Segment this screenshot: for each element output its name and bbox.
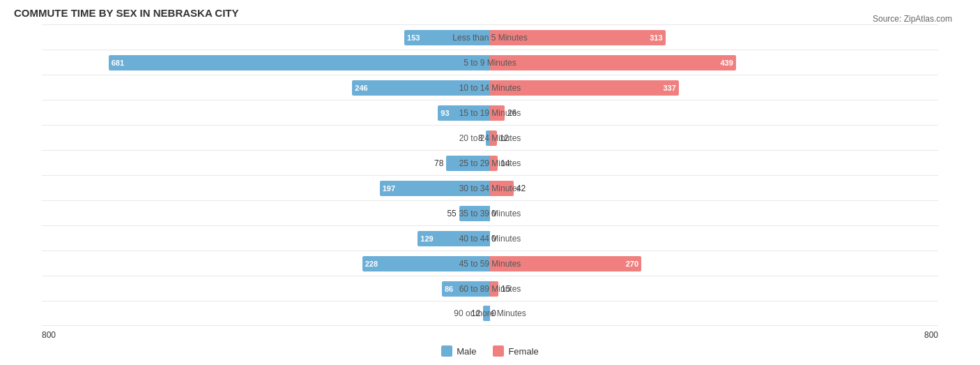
female-value-label: 0 [491,209,496,218]
bar-male [459,206,490,221]
bar-row: 246 10 to 14 Minutes 337 [42,75,938,100]
female-value-label: 439 [717,59,735,67]
bar-row: 55 35 to 39 Minutes 0 [42,200,938,225]
bar-female [490,281,498,297]
bar-male: 197 [380,181,490,196]
female-value-label: 26 [505,108,516,118]
male-value-label: 12 [471,308,483,318]
female-value-label: 337 [661,84,679,92]
female-value-label: 15 [498,284,510,294]
legend-male: Male [441,345,476,357]
legend-female-label: Female [508,346,538,357]
bar-row: 93 15 to 19 Minutes 26 [42,100,938,125]
legend: Male Female [14,345,966,357]
female-value-label: 0 [491,308,496,318]
bar-row: 153 Less than 5 Minutes 313 [42,24,938,50]
bar-female [490,105,505,121]
male-value-label: 153 [404,33,422,42]
bar-male: 93 [438,105,490,121]
bar-female [490,156,498,171]
legend-male-label: Male [457,346,476,357]
male-value-label: 681 [109,59,127,67]
bar-male: 681 [109,55,490,70]
male-value-label: 228 [362,260,381,268]
female-value-label: 12 [497,133,509,143]
bar-female [490,181,514,196]
legend-female-color [493,345,504,357]
bar-male: 246 [352,80,490,96]
bar-male [483,306,490,321]
bar-row: 197 30 to 34 Minutes 42 [42,175,938,200]
bar-row: 228 45 to 59 Minutes 270 [42,251,938,276]
male-value-label: 78 [434,158,446,168]
male-value-label: 86 [442,285,456,293]
bar-row: 78 25 to 29 Minutes 14 [42,150,938,175]
bar-female [490,131,497,146]
male-value-label: 197 [380,184,398,193]
female-value-label: 0 [491,234,496,244]
chart-area: 153 Less than 5 Minutes 313 681 [14,24,966,340]
axis-labels: 800 800 [42,330,938,340]
bar-male: 153 [404,30,490,45]
bar-male: 228 [362,256,490,271]
bar-row: 129 40 to 44 Minutes 0 [42,225,938,251]
bar-female: 337 [490,80,679,96]
bar-female: 313 [490,30,666,45]
bar-female: 270 [490,256,641,271]
female-value-label: 313 [647,33,665,42]
axis-right: 800 [924,330,938,340]
bar-row: 8 20 to 24 Minutes 12 [42,125,938,150]
bar-row: 86 60 to 89 Minutes 15 [42,276,938,301]
bar-male: 86 [442,281,490,297]
axis-left: 800 [42,330,56,340]
male-value-label: 246 [352,84,370,92]
male-value-label: 129 [418,234,436,243]
bar-female: 439 [490,55,736,70]
male-value-label: 8 [478,133,486,143]
female-value-label: 270 [623,260,641,268]
bar-row: 12 90 or more Minutes 0 [42,301,938,326]
chart-title: COMMUTE TIME BY SEX IN NEBRASKA CITY [14,7,966,19]
legend-female: Female [493,345,538,357]
source-label: Source: ZipAtlas.com [873,14,952,24]
bar-row: 681 5 to 9 Minutes 439 [42,50,938,75]
male-value-label: 93 [438,109,452,117]
bar-male: 129 [418,231,490,246]
female-value-label: 42 [514,184,526,193]
female-value-label: 14 [498,158,510,168]
legend-male-color [441,345,452,357]
male-value-label: 55 [447,209,459,218]
bar-male [446,156,490,171]
